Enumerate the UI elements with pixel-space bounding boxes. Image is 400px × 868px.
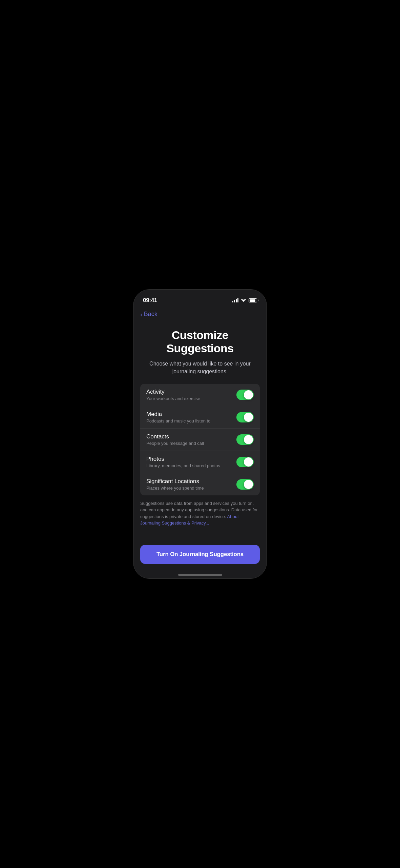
activity-subtitle: Your workouts and exercise: [146, 396, 236, 401]
privacy-note: Suggestions use data from apps and servi…: [133, 495, 267, 533]
status-time: 09:41: [143, 297, 157, 304]
locations-subtitle: Places where you spend time: [146, 486, 236, 491]
media-subtitle: Podcasts and music you listen to: [146, 418, 236, 423]
home-bar: [178, 574, 222, 576]
page-title: Customize Suggestions: [144, 329, 256, 355]
photos-subtitle: Library, memories, and shared photos: [146, 463, 236, 468]
main-content: ‹ Back Customize Suggestions Choose what…: [133, 307, 267, 578]
page-subtitle: Choose what you would like to see in you…: [144, 360, 256, 375]
photos-toggle-knob: [244, 457, 253, 467]
bottom-section: Turn On Journaling Suggestions: [133, 539, 267, 574]
contacts-subtitle: People you message and call: [146, 441, 236, 446]
settings-item-media: Media Podcasts and music you listen to: [140, 406, 260, 429]
status-icons: [232, 298, 257, 303]
page-header: Customize Suggestions Choose what you wo…: [133, 322, 267, 384]
activity-toggle-knob: [244, 390, 253, 399]
signal-icon: [232, 298, 238, 302]
activity-title: Activity: [146, 389, 236, 395]
photos-toggle[interactable]: [236, 457, 254, 467]
back-button[interactable]: ‹ Back: [133, 307, 267, 322]
media-title: Media: [146, 411, 236, 418]
media-toggle[interactable]: [236, 412, 254, 422]
battery-icon: [249, 298, 257, 302]
settings-item-contacts: Contacts People you message and call: [140, 429, 260, 451]
locations-toggle[interactable]: [236, 479, 254, 490]
settings-list: Activity Your workouts and exercise Medi…: [140, 384, 260, 495]
locations-title: Significant Locations: [146, 478, 236, 485]
wifi-icon: [241, 298, 246, 303]
locations-toggle-knob: [244, 480, 253, 489]
activity-toggle[interactable]: [236, 390, 254, 400]
media-toggle-knob: [244, 413, 253, 422]
home-indicator: [133, 574, 267, 578]
turn-on-button[interactable]: Turn On Journaling Suggestions: [140, 545, 260, 564]
contacts-toggle[interactable]: [236, 434, 254, 445]
status-bar: 09:41: [133, 290, 267, 307]
settings-item-activity: Activity Your workouts and exercise: [140, 384, 260, 406]
contacts-title: Contacts: [146, 433, 236, 440]
contacts-toggle-knob: [244, 435, 253, 444]
settings-item-locations: Significant Locations Places where you s…: [140, 473, 260, 495]
photos-title: Photos: [146, 456, 236, 462]
back-label: Back: [144, 311, 157, 318]
back-chevron-icon: ‹: [140, 311, 143, 318]
settings-item-photos: Photos Library, memories, and shared pho…: [140, 451, 260, 473]
privacy-text: Suggestions use data from apps and servi…: [140, 501, 258, 519]
